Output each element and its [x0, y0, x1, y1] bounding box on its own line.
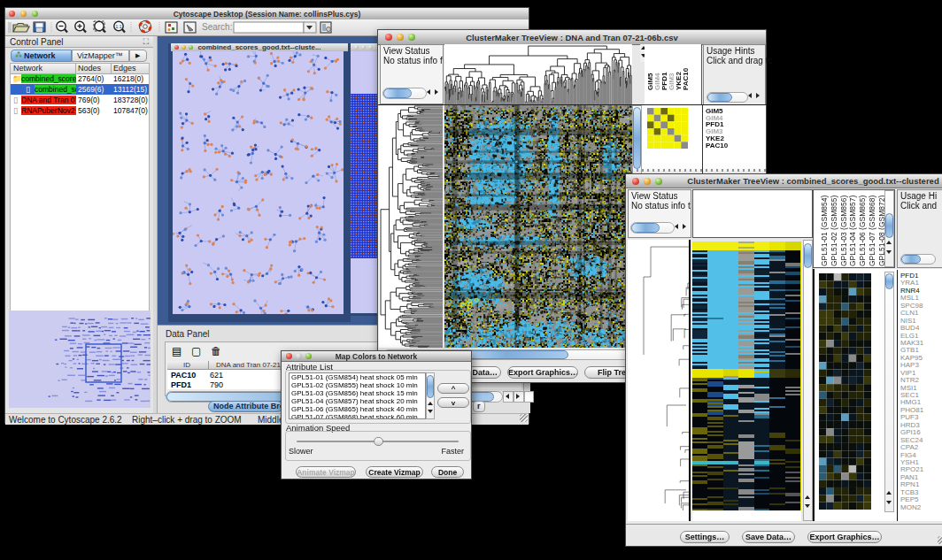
- svg-text:1:1: 1:1: [116, 24, 122, 29]
- svg-text:Search:: Search:: [202, 22, 232, 32]
